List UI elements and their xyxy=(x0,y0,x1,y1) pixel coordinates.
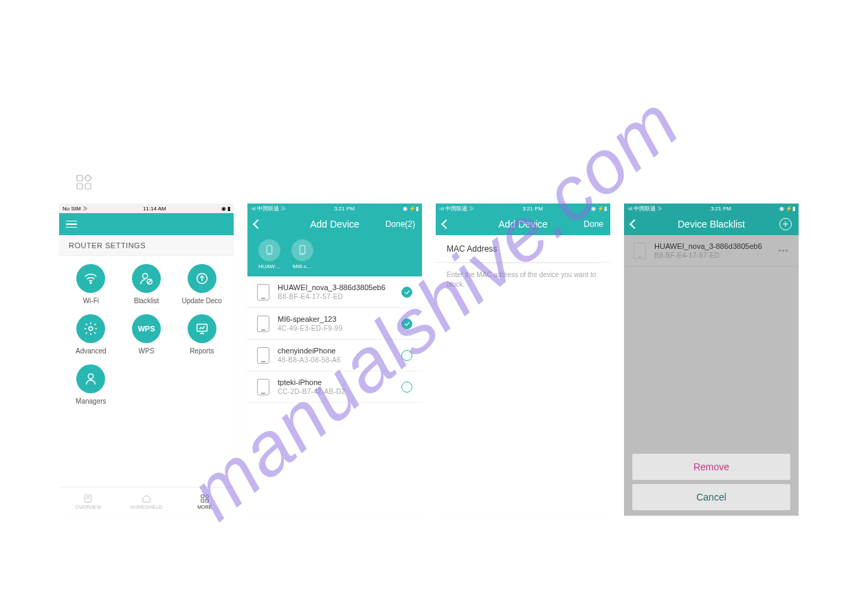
checkbox-checked[interactable] xyxy=(401,318,412,329)
screenshot-device-blacklist: ◦ıl 中国联通 ⨠ 3:21 PM ◉ ⚡▮ Device Blacklist… xyxy=(624,204,799,516)
grid-label: Advanced xyxy=(76,347,106,355)
svg-rect-15 xyxy=(201,495,203,498)
svg-marker-3 xyxy=(85,175,91,182)
done-button[interactable]: Done xyxy=(583,219,603,229)
settings-item-wps[interactable]: WPS WPS xyxy=(119,314,175,355)
more-options-button[interactable] xyxy=(777,250,789,252)
grid-label: Update Deco xyxy=(181,297,221,305)
nav-bar xyxy=(59,213,234,235)
tab-more[interactable]: MORE xyxy=(175,487,234,516)
settings-item-update[interactable]: Update Deco xyxy=(174,264,230,305)
selected-chips: HUAW… MI6-s… xyxy=(247,235,422,276)
nav-bar: Add Device Done(2) xyxy=(247,213,422,235)
menu-button[interactable] xyxy=(66,221,77,228)
svg-marker-18 xyxy=(205,494,208,498)
section-title: ROUTER SETTINGS xyxy=(59,235,234,256)
status-left: No SIM ⨠ xyxy=(63,206,88,212)
mac-address-field[interactable]: MAC Address xyxy=(436,235,610,263)
status-time: 3:21 PM xyxy=(334,206,355,212)
status-bar: ◦ıl 中国联通 ⨠ 3:21 PM ◉ ⚡▮ xyxy=(436,204,610,213)
phone-icon xyxy=(634,243,646,259)
device-name: HUAWEI_nova_3-886d3805eb6 xyxy=(278,283,393,292)
done-button[interactable]: Done(2) xyxy=(386,219,415,229)
status-bar: ◦ıl 中国联通 ⨠ 3:21 PM ◉ ⚡▮ xyxy=(624,204,799,213)
wps-icon: WPS xyxy=(132,314,161,343)
phone-icon xyxy=(257,379,269,395)
settings-item-blacklist[interactable]: Blacklist xyxy=(119,264,175,305)
screenshot-add-device-mac: ◦ıl 中国联通 ⨠ 3:21 PM ◉ ⚡▮ Add Device Done … xyxy=(436,204,610,516)
device-row[interactable]: HUAWEI_nova_3-886d3805eb6 B8-BF-E4-17-57… xyxy=(247,276,422,308)
status-right: ◉ ⚡▮ xyxy=(591,206,607,212)
tab-homeshield[interactable]: HOMESHIELD xyxy=(118,487,176,516)
device-mac: 4C-49-E3-ED-F9-99 xyxy=(278,325,393,332)
update-icon xyxy=(188,264,216,293)
more-icon xyxy=(76,174,92,190)
settings-grid: Wi-Fi Blacklist Update Deco Advanced xyxy=(59,256,234,413)
selected-chip[interactable]: MI6-s… xyxy=(289,239,316,270)
device-mac: B8-BF-E4-17-57-ED xyxy=(278,293,393,300)
status-right: ◉ ⚡▮ xyxy=(779,206,795,212)
checkbox-unchecked[interactable] xyxy=(401,382,412,393)
grid-label: Managers xyxy=(76,397,106,405)
device-mac: 48-B8-A3-08-58-A6 xyxy=(278,356,393,364)
device-name: chenyindeiPhone xyxy=(278,347,393,355)
svg-point-5 xyxy=(142,274,147,278)
device-row[interactable]: tpteki-iPhone CC-2D-B7-42-AB-D2 xyxy=(247,371,422,403)
wifi-icon xyxy=(76,264,105,293)
page-title: Device Blacklist xyxy=(624,219,799,230)
device-name: HUAWEI_nova_3-886d3805eb6 xyxy=(654,242,769,250)
device-row[interactable]: chenyindeiPhone 48-B8-A3-08-58-A6 xyxy=(247,340,422,371)
phone-icon xyxy=(257,284,269,300)
tab-label: OVERVIEW xyxy=(76,505,102,509)
svg-point-4 xyxy=(90,283,91,284)
add-button[interactable] xyxy=(779,218,792,230)
selected-chip[interactable]: HUAW… xyxy=(256,239,283,270)
status-left: ◦ıl 中国联通 ⨠ xyxy=(439,205,474,212)
svg-point-9 xyxy=(89,327,93,331)
settings-item-advanced[interactable]: Advanced xyxy=(63,314,119,355)
status-left: ◦ıl 中国联通 ⨠ xyxy=(627,205,663,212)
device-name: tpteki-iPhone xyxy=(278,378,393,386)
svg-rect-17 xyxy=(205,499,208,502)
checkbox-checked[interactable] xyxy=(401,287,412,298)
svg-rect-2 xyxy=(85,184,91,189)
settings-item-managers[interactable]: Managers xyxy=(63,364,119,405)
status-right: ◉ ▮ xyxy=(221,206,230,212)
checkbox-unchecked[interactable] xyxy=(401,350,412,361)
hamburger-icon xyxy=(66,221,77,228)
grid-label: Reports xyxy=(190,347,214,355)
remove-button[interactable]: Remove xyxy=(632,454,790,480)
chip-label: HUAW… xyxy=(258,263,280,270)
blacklist-row[interactable]: HUAWEI_nova_3-886d3805eb6 B8-BF-E4-17-57… xyxy=(624,235,799,267)
grid-label: WPS xyxy=(139,347,155,355)
status-time: 3:21 PM xyxy=(522,206,543,212)
device-mac: CC-2D-B7-42-AB-D2 xyxy=(278,388,393,395)
status-time: 11:14 AM xyxy=(143,206,166,212)
phone-icon xyxy=(257,316,269,332)
device-mac: B8-BF-E4-17-57-ED xyxy=(654,252,769,259)
screenshot-router-settings: No SIM ⨠ 11:14 AM ◉ ▮ ROUTER SETTINGS Wi… xyxy=(59,204,234,516)
cancel-button[interactable]: Cancel xyxy=(632,484,790,510)
screenshot-add-device-list: ◦ıl 中国联通 ⨠ 3:21 PM ◉ ⚡▮ Add Device Done(… xyxy=(247,204,422,516)
tab-label: HOMESHIELD xyxy=(131,505,162,509)
hint-text: Enter the MAC address of the device you … xyxy=(436,263,610,296)
tab-overview[interactable]: OVERVIEW xyxy=(59,487,118,516)
reports-icon xyxy=(188,314,216,343)
device-row[interactable]: MI6-speaker_123 4C-49-E3-ED-F9-99 xyxy=(247,308,422,340)
tab-label: MORE xyxy=(197,505,212,509)
device-list: HUAWEI_nova_3-886d3805eb6 B8-BF-E4-17-57… xyxy=(247,276,422,403)
nav-bar: Device Blacklist xyxy=(624,213,799,235)
mac-label: MAC Address xyxy=(447,244,497,254)
phone-icon xyxy=(257,347,269,364)
settings-item-reports[interactable]: Reports xyxy=(174,314,230,355)
status-time: 3:21 PM xyxy=(711,206,731,212)
settings-item-wifi[interactable]: Wi-Fi xyxy=(63,264,119,305)
status-right: ◉ ⚡▮ xyxy=(403,206,419,212)
grid-label: Blacklist xyxy=(134,297,159,305)
svg-point-11 xyxy=(89,374,93,379)
device-icon xyxy=(291,239,313,261)
grid-label: Wi-Fi xyxy=(83,297,99,305)
status-bar: No SIM ⨠ 11:14 AM ◉ ▮ xyxy=(59,204,234,213)
gear-icon xyxy=(76,314,105,343)
device-icon xyxy=(258,239,280,261)
